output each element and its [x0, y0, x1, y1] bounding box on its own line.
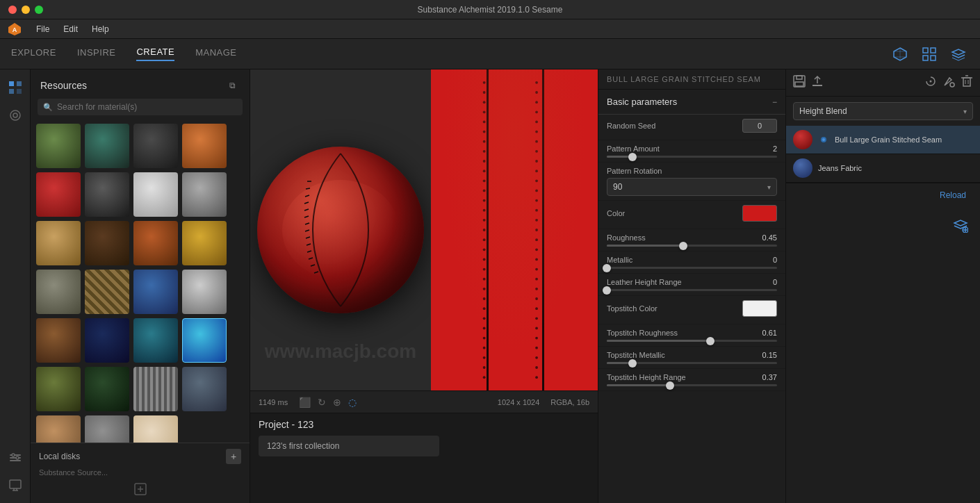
material-thumb[interactable] — [85, 221, 129, 265]
add-layer-button[interactable] — [948, 213, 973, 238]
material-thumb[interactable] — [133, 367, 178, 411]
random-seed-input[interactable] — [742, 119, 777, 133]
globe-icon[interactable]: ⊕ — [333, 397, 341, 408]
material-thumb[interactable] — [85, 318, 129, 363]
3d-view-icon[interactable] — [890, 44, 910, 65]
slider-thumb[interactable] — [628, 359, 637, 368]
add-collection-icon[interactable] — [132, 481, 149, 497]
svg-line-27 — [304, 202, 309, 204]
basic-params-header[interactable]: Basic parameters − — [598, 90, 785, 115]
material-thumb[interactable] — [133, 124, 178, 168]
svg-point-48 — [483, 179, 486, 182]
layer-item-jeans[interactable]: Jeans Fabric — [786, 154, 980, 183]
svg-line-29 — [304, 216, 309, 217]
material-thumb[interactable] — [36, 221, 81, 265]
render-time: 1149 ms — [259, 398, 288, 406]
material-thumb[interactable] — [36, 318, 81, 363]
topstitch-metallic-slider[interactable] — [607, 362, 777, 364]
spinner-icon[interactable]: ◌ — [348, 397, 357, 408]
sidebar-copy-button[interactable]: ⧉ — [224, 78, 240, 93]
svg-rect-7 — [17, 81, 22, 86]
material-thumb[interactable] — [133, 318, 178, 363]
save-icon[interactable] — [793, 75, 806, 90]
export-icon[interactable] — [811, 75, 824, 90]
material-thumb[interactable] — [133, 415, 178, 443]
menu-file[interactable]: File — [36, 24, 49, 34]
sidebar-header: Resources ⧉ — [31, 69, 250, 99]
material-thumb[interactable] — [182, 270, 227, 314]
material-thumb[interactable] — [36, 172, 81, 217]
material-thumb[interactable] — [85, 367, 129, 411]
slider-thumb[interactable] — [628, 153, 637, 161]
navbar: EXPLORE INSPIRE CREATE MANAGE — [0, 39, 980, 69]
maximize-button[interactable] — [35, 6, 43, 14]
minimize-button[interactable] — [22, 6, 30, 14]
slider-thumb[interactable] — [679, 242, 687, 250]
side-icon-settings[interactable] — [3, 445, 28, 470]
material-thumb[interactable] — [85, 415, 129, 443]
color-swatch[interactable] — [742, 205, 777, 222]
topstitch-color-swatch[interactable] — [742, 300, 777, 317]
tab-explore[interactable]: EXPLORE — [11, 47, 56, 60]
add-local-disk-button[interactable]: + — [226, 449, 241, 464]
tab-inspire[interactable]: INSPIRE — [77, 47, 116, 60]
layers-view-icon[interactable] — [948, 44, 969, 65]
refresh-icon[interactable] — [924, 75, 937, 90]
side-icon-display[interactable] — [3, 472, 28, 497]
svg-point-62 — [483, 317, 486, 320]
svg-point-64 — [483, 337, 486, 340]
material-thumb[interactable] — [133, 270, 178, 314]
pattern-rotation-dropdown[interactable]: 90 ▾ — [607, 178, 777, 196]
close-button[interactable] — [8, 6, 17, 14]
menu-edit[interactable]: Edit — [63, 24, 78, 34]
material-thumb[interactable] — [133, 221, 178, 265]
collection-item[interactable]: 123's first collection — [259, 436, 439, 456]
menu-help[interactable]: Help — [92, 24, 109, 34]
layer-item-bull[interactable]: Bull Large Grain Stitched Seam — [786, 126, 980, 154]
material-thumb[interactable] — [36, 415, 81, 443]
svg-rect-102 — [795, 82, 803, 86]
material-thumb[interactable] — [36, 367, 81, 411]
material-thumb[interactable] — [36, 124, 81, 168]
grid-view-icon[interactable] — [919, 44, 940, 65]
roughness-slider[interactable] — [607, 245, 777, 247]
rotate-icon[interactable]: ↻ — [318, 397, 326, 408]
blend-mode-dropdown[interactable]: Height Blend ▾ — [793, 102, 973, 120]
tab-create[interactable]: CREATE — [136, 47, 174, 61]
material-thumb[interactable] — [182, 367, 227, 411]
material-thumb[interactable] — [133, 172, 178, 217]
topstitch-height-slider[interactable] — [607, 384, 777, 386]
slider-thumb[interactable] — [666, 381, 674, 390]
topstitch-roughness-slider[interactable] — [607, 340, 777, 342]
slider-thumb[interactable] — [603, 264, 611, 272]
metallic-slider[interactable] — [607, 267, 777, 269]
param-row-topstitch-metallic: Topstitch Metallic 0.15 — [598, 347, 785, 369]
sidebar-title: Resources — [40, 80, 87, 91]
material-thumb[interactable] — [182, 318, 227, 363]
delete-icon[interactable] — [961, 75, 973, 90]
material-thumb[interactable] — [182, 124, 227, 168]
material-thumb[interactable] — [85, 172, 129, 217]
menubar: A File Edit Help — [0, 19, 980, 39]
reload-button[interactable]: Reload — [933, 188, 973, 203]
pattern-amount-slider[interactable] — [607, 156, 777, 158]
leather-height-slider[interactable] — [607, 289, 777, 291]
side-icon-resources[interactable] — [3, 75, 28, 100]
material-thumb[interactable] — [36, 270, 81, 314]
material-thumb[interactable] — [85, 270, 129, 314]
material-thumb[interactable] — [182, 172, 227, 217]
viewport-3d[interactable]: www.macjb.com — [250, 69, 431, 390]
slider-fill — [607, 384, 670, 386]
material-thumb[interactable] — [182, 221, 227, 265]
slider-thumb[interactable] — [706, 337, 714, 345]
record-icon[interactable]: ⬛ — [299, 397, 311, 408]
layer-label-jeans: Jeans Fabric — [818, 164, 973, 172]
search-input[interactable] — [57, 102, 237, 112]
slider-thumb[interactable] — [603, 286, 611, 295]
paint-icon[interactable] — [942, 75, 955, 90]
svg-point-63 — [483, 327, 486, 330]
svg-point-10 — [10, 110, 20, 120]
tab-manage[interactable]: MANAGE — [195, 47, 236, 60]
side-icon-filter[interactable] — [3, 103, 28, 128]
material-thumb[interactable] — [85, 124, 129, 168]
